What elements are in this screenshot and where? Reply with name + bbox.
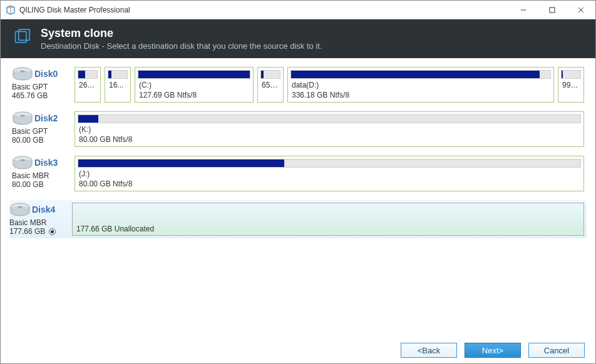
disk-row[interactable]: Disk0Basic GPT465.76 GB260...16...(C:)12… [12, 67, 584, 103]
usage-bar [290, 70, 551, 79]
disk-name: Disk0 [34, 69, 58, 79]
usage-bar [260, 70, 280, 79]
disk-list: Disk0Basic GPT465.76 GB260...16...(C:)12… [1, 58, 595, 333]
usage-bar [78, 70, 98, 79]
svg-point-4 [20, 70, 25, 72]
usage-bar [561, 70, 581, 79]
partitions: 177.66 GB Unallocated [72, 203, 584, 236]
maximize-button[interactable] [538, 1, 567, 19]
disk-type: Basic GPT [12, 127, 69, 136]
disk-row[interactable]: Disk2Basic GPT80.00 GB(K:)80.00 GB Ntfs/… [12, 111, 584, 147]
disk-size: 80.00 GB [12, 180, 69, 189]
usage-bar [108, 70, 128, 79]
partition-detail: 995... [558, 81, 583, 91]
partitions: 260...16...(C:)127.69 GB Ntfs/8653...dat… [74, 67, 584, 103]
minimize-button[interactable] [509, 1, 538, 19]
page-header: System clone Destination Disk - Select a… [1, 19, 595, 58]
app-logo-icon [6, 5, 16, 15]
partition-detail: 177.66 GB Unallocated [73, 225, 583, 235]
partition[interactable]: 177.66 GB Unallocated [72, 203, 584, 236]
svg-point-6 [20, 114, 25, 116]
selected-radio-icon [49, 228, 56, 235]
partition-detail: 127.69 GB Ntfs/8 [135, 91, 253, 101]
disk-row[interactable]: Disk3Basic MBR80.00 GB(J:)80.00 GB Ntfs/… [12, 156, 584, 191]
disk-size: 177.66 GB [9, 227, 67, 236]
partition[interactable]: (C:)127.69 GB Ntfs/8 [135, 67, 254, 103]
disk-row[interactable]: Disk4Basic MBR177.66 GB 177.66 GB Unallo… [9, 200, 587, 238]
disk-info: Disk0Basic GPT465.76 GB [12, 67, 69, 100]
back-button[interactable]: <Back [401, 343, 457, 358]
svg-rect-0 [550, 8, 555, 13]
cancel-button[interactable]: Cancel [528, 343, 585, 358]
partition[interactable]: 653... [257, 67, 284, 103]
svg-point-8 [20, 159, 25, 161]
clone-icon [13, 28, 31, 46]
footer-buttons: <Back Next> Cancel [401, 343, 585, 358]
partition[interactable]: 260... [74, 67, 101, 103]
partition-label: (C:) [135, 79, 253, 91]
close-button[interactable] [567, 1, 595, 19]
partition-label: (K:) [75, 123, 583, 135]
page-title: System clone [41, 27, 322, 40]
partition-label: data(D:) [288, 79, 553, 91]
partitions: (J:)80.00 GB Ntfs/8 [74, 156, 584, 191]
partition[interactable]: 16... [105, 67, 131, 103]
disk-type: Basic GPT [12, 83, 69, 91]
partitions: (K:)80.00 GB Ntfs/8 [74, 111, 584, 147]
disk-type: Basic MBR [12, 171, 69, 180]
partition-detail: 260... [75, 81, 100, 91]
partition-detail: 16... [105, 81, 130, 91]
partition-detail: 80.00 GB Ntfs/8 [75, 179, 583, 190]
disk-size: 80.00 GB [12, 136, 69, 144]
page-subtitle: Destination Disk - Select a destination … [41, 41, 322, 51]
partition-detail: 653... [258, 81, 283, 91]
titlebar: QILING Disk Master Professional [1, 1, 595, 19]
partition[interactable]: (J:)80.00 GB Ntfs/8 [74, 156, 584, 191]
partition-detail: 336.18 GB Ntfs/8 [288, 91, 553, 101]
usage-bar [138, 70, 250, 79]
partition[interactable]: 995... [558, 67, 584, 103]
usage-bar [78, 159, 581, 168]
disk-info: Disk2Basic GPT80.00 GB [12, 111, 69, 144]
disk-name: Disk4 [32, 205, 55, 215]
disk-info: Disk4Basic MBR177.66 GB [9, 203, 67, 236]
disk-name: Disk2 [34, 113, 58, 123]
partition-label: (J:) [75, 168, 583, 179]
disk-type: Basic MBR [9, 218, 67, 227]
disk-name: Disk3 [34, 158, 58, 168]
next-button[interactable]: Next> [465, 343, 521, 358]
svg-point-10 [18, 206, 23, 208]
disk-size: 465.76 GB [12, 91, 69, 100]
app-title: QILING Disk Master Professional [19, 6, 509, 14]
partition[interactable]: (K:)80.00 GB Ntfs/8 [74, 111, 584, 147]
usage-bar [78, 114, 581, 123]
disk-info: Disk3Basic MBR80.00 GB [12, 156, 69, 189]
partition[interactable]: data(D:)336.18 GB Ntfs/8 [287, 67, 554, 103]
partition-detail: 80.00 GB Ntfs/8 [75, 135, 583, 146]
